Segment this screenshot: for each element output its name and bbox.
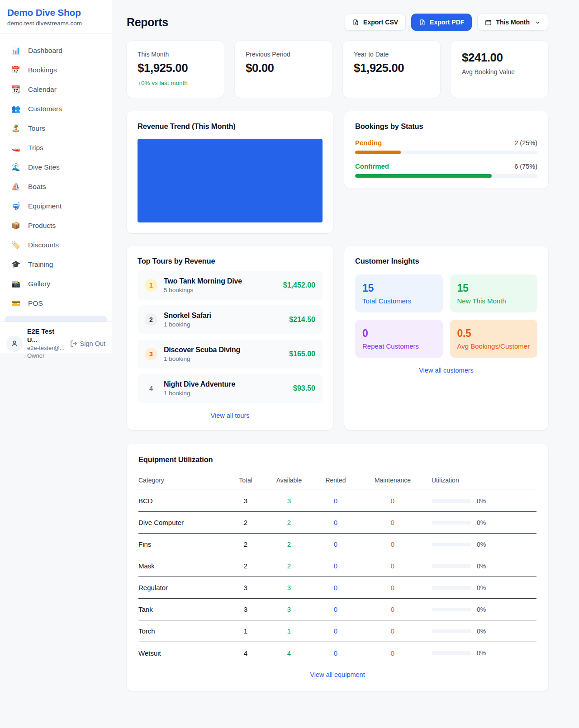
dive-sites-icon: 🌊 (11, 163, 21, 171)
view-all-customers-link[interactable]: View all customers (355, 367, 537, 374)
maintenance-cell: 0 (357, 605, 428, 613)
col-available: Available (264, 477, 314, 484)
table-row: Wetsuit 4 4 0 0 0% (138, 642, 536, 664)
sidebar-item-dive-sites[interactable]: 🌊Dive Sites (5, 157, 107, 177)
boats-icon: ⛵ (11, 182, 21, 191)
list-item: 4 Night Dive Adventure 1 booking $93.50 (138, 374, 323, 403)
sidebar-item-customers[interactable]: 👥Customers (5, 99, 107, 118)
table-row: Dive Computer 2 2 0 0 0% (138, 512, 536, 534)
sidebar: Demo Dive Shop demo.test.divestreams.com… (0, 0, 112, 353)
calendar-icon: 📆 (11, 85, 21, 94)
pos-icon: 💳 (11, 299, 21, 307)
table-row: Mask 2 2 0 0 0% (138, 555, 536, 577)
maintenance-cell: 0 (357, 519, 428, 526)
rented-cell: 0 (314, 584, 357, 591)
customer-insights-title: Customer Insights (355, 257, 537, 265)
available-cell: 3 (264, 584, 314, 591)
maintenance-cell: 0 (357, 649, 428, 657)
utilization-cell: 0% (428, 563, 536, 570)
sidebar-item-trips[interactable]: 🚤Trips (5, 138, 107, 157)
export-pdf-button[interactable]: Export PDF (411, 14, 472, 31)
sidebar-item-calendar[interactable]: 📆Calendar (5, 80, 107, 99)
sign-out-button[interactable]: Sign Out (70, 340, 105, 347)
tours-icon: 🏝️ (11, 124, 21, 132)
sidebar-item-products[interactable]: 📦Products (5, 216, 107, 235)
view-all-equipment-link[interactable]: View all equipment (138, 671, 536, 678)
sidebar-item-dashboard[interactable]: 📊Dashboard (5, 41, 107, 60)
view-all-tours-link[interactable]: View all tours (138, 412, 323, 419)
col-category: Category (138, 477, 227, 484)
sidebar-item-gallery[interactable]: 📸Gallery (5, 274, 107, 293)
status-label: Pending (355, 139, 382, 147)
table-row: Fins 2 2 0 0 0% (138, 534, 536, 555)
col-utilization: Utilization (428, 477, 536, 484)
list-item: 3 Discover Scuba Diving 1 booking $165.0… (138, 340, 323, 369)
brand[interactable]: Demo Dive Shop demo.test.divestreams.com (0, 0, 112, 33)
stat-label: Avg Booking Value (462, 68, 537, 76)
period-dropdown[interactable]: This Month (477, 14, 548, 31)
stat-label: Year to Date (354, 51, 429, 58)
sidebar-item-pos[interactable]: 💳POS (5, 293, 107, 313)
total-cell: 4 (227, 649, 264, 657)
gallery-icon: 📸 (11, 279, 21, 288)
page-title: Reports (127, 16, 168, 29)
tour-name: Discover Scuba Diving (164, 346, 283, 354)
revenue-trend-card: Revenue Trend (This Month) (127, 111, 333, 233)
products-icon: 📦 (11, 221, 21, 230)
file-download-icon (419, 19, 426, 26)
sidebar-item-bookings[interactable]: 📅Bookings (5, 60, 107, 80)
total-cell: 2 (227, 519, 264, 526)
tour-bookings: 1 booking (164, 390, 287, 397)
sidebar-item-label: Boats (28, 183, 46, 191)
progress-track (355, 174, 537, 178)
tile-avg-bookings-customer: 0.5 Avg Bookings/Customer (450, 320, 538, 358)
tour-name: Night Dive Adventure (164, 380, 287, 388)
sidebar-item-equipment[interactable]: 🤿Equipment (5, 196, 107, 216)
export-csv-button[interactable]: Export CSV (345, 14, 406, 31)
sidebar-item-discounts[interactable]: 🏷️Discounts (5, 235, 107, 255)
total-cell: 3 (227, 605, 264, 613)
sidebar-item-training[interactable]: 🎓Training (5, 255, 107, 274)
tile-value: 15 (457, 282, 531, 294)
status-label: Confirmed (355, 162, 389, 170)
utilization-cell: 0% (428, 649, 536, 657)
sidebar-item-tours[interactable]: 🏝️Tours (5, 118, 107, 138)
charts-row: Revenue Trend (This Month) Bookings by S… (127, 111, 548, 233)
sidebar-item-label: Customers (28, 105, 62, 113)
sign-out-label: Sign Out (80, 340, 105, 347)
sidebar-item-reports-partial[interactable] (5, 316, 107, 321)
sidebar-item-label: Gallery (28, 280, 50, 288)
utilization-cell: 0% (428, 519, 536, 526)
equipment-icon: 🤿 (11, 202, 21, 210)
rented-cell: 0 (314, 497, 357, 505)
available-cell: 3 (264, 497, 314, 505)
calendar-icon (485, 19, 492, 26)
maintenance-cell: 0 (357, 497, 428, 505)
table-row: Regulator 3 3 0 0 0% (138, 577, 536, 599)
stat-label: This Month (138, 51, 213, 58)
total-cell: 3 (227, 584, 264, 591)
sidebar-item-boats[interactable]: ⛵Boats (5, 177, 107, 196)
stat-card-this-month: This Month $1,925.00 +0% vs last month (127, 41, 224, 98)
category-cell: Dive Computer (138, 519, 227, 526)
available-cell: 2 (264, 562, 314, 570)
period-label: This Month (496, 19, 530, 26)
stat-delta: +0% vs last month (138, 80, 213, 86)
rented-cell: 0 (314, 605, 357, 613)
tour-revenue: $165.00 (289, 350, 315, 358)
category-cell: BCD (138, 497, 227, 505)
table-row: BCD 3 3 0 0 0% (138, 490, 536, 512)
available-cell: 1 (264, 627, 314, 635)
total-cell: 3 (227, 497, 264, 505)
tile-label: Total Customers (362, 297, 436, 305)
stat-card-previous-period: Previous Period $0.00 (235, 41, 332, 98)
tour-bookings: 5 bookings (164, 287, 277, 293)
stat-value: $1,925.00 (354, 61, 429, 75)
tile-label: Repeat Customers (362, 342, 436, 350)
tile-value: 15 (362, 282, 436, 294)
revenue-trend-title: Revenue Trend (This Month) (138, 122, 323, 131)
utilization-cell: 0% (428, 606, 536, 613)
stats-row: This Month $1,925.00 +0% vs last month P… (127, 41, 548, 98)
category-cell: Wetsuit (138, 649, 227, 657)
brand-name: Demo Dive Shop (7, 7, 101, 18)
